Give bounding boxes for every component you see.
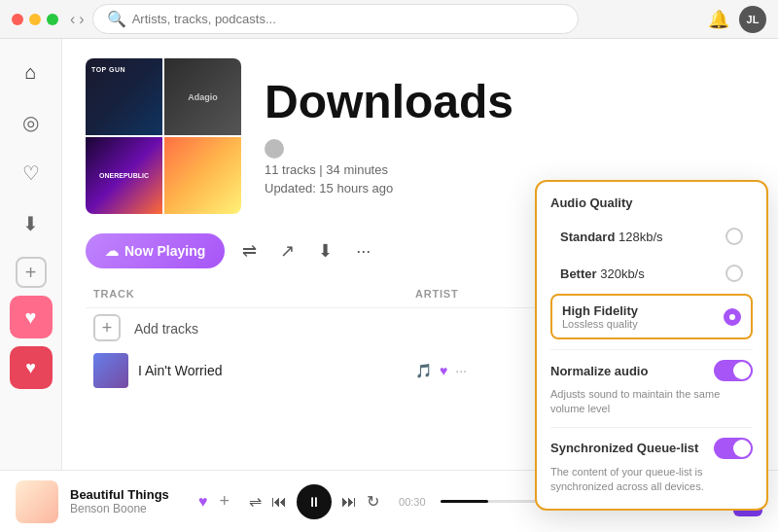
forward-button[interactable]: › bbox=[79, 11, 84, 28]
quality-standard-label: Standard 128kb/s bbox=[560, 230, 663, 244]
player-track-title: Beautiful Things bbox=[70, 487, 187, 502]
track-icons: 🎵 ♥ ··· bbox=[415, 363, 549, 378]
meta-avatar bbox=[265, 139, 284, 159]
normalize-label: Normalize audio bbox=[550, 364, 648, 378]
sync-section: Synchronized Queue-list The content of y… bbox=[550, 438, 753, 495]
shuffle-button[interactable]: ⇌ bbox=[236, 234, 263, 267]
quality-hifi-label: High Fidelity bbox=[562, 303, 638, 318]
quality-better-option[interactable]: Better 320kb/s bbox=[550, 257, 753, 290]
search-bar[interactable]: 🔍 bbox=[92, 4, 579, 34]
player-like-button[interactable]: ♥ bbox=[198, 493, 208, 511]
normalize-row: Normalize audio bbox=[550, 360, 753, 381]
sync-toggle[interactable] bbox=[714, 438, 753, 459]
track-count: 11 tracks | 34 minutes bbox=[265, 162, 513, 177]
more-button[interactable]: ··· bbox=[350, 235, 376, 267]
popup-divider-1 bbox=[550, 349, 753, 350]
add-tracks-label: Add tracks bbox=[134, 321, 198, 337]
album-thumb-3: ONEREPUBLIC bbox=[86, 137, 162, 214]
popup-title: Audio Quality bbox=[550, 195, 753, 210]
downloads-info: Downloads 11 tracks | 34 minutes Updated… bbox=[265, 77, 513, 196]
popup-divider-2 bbox=[550, 427, 753, 428]
track-like-icon[interactable]: ♥ bbox=[440, 363, 447, 378]
lyrics-icon[interactable]: 🎵 bbox=[415, 363, 432, 378]
now-playing-button[interactable]: ☁ Now Playing bbox=[86, 233, 225, 268]
minimize-button[interactable] bbox=[29, 14, 41, 25]
audio-quality-popup: Audio Quality Standard 128kb/s Better 32… bbox=[535, 180, 768, 511]
progress-fill bbox=[441, 500, 488, 503]
nav-arrows: ‹ › bbox=[70, 11, 85, 28]
quality-standard-radio[interactable] bbox=[725, 228, 743, 245]
quality-better-label: Better 320kb/s bbox=[560, 266, 645, 281]
col-track-header: TRACK bbox=[86, 284, 407, 308]
sidebar-item-home[interactable]: ⌂ bbox=[10, 51, 53, 93]
downloads-meta bbox=[265, 139, 513, 159]
updated-label: Updated: 15 hours ago bbox=[265, 181, 513, 195]
sync-row: Synchronized Queue-list bbox=[550, 438, 753, 459]
sidebar-item-favorites[interactable]: ♡ bbox=[10, 152, 53, 195]
header-right: 🔔 JL bbox=[708, 6, 766, 33]
time-current: 00:30 bbox=[399, 496, 433, 508]
album-thumb-1 bbox=[86, 58, 162, 135]
prev-button[interactable]: ⏮ bbox=[271, 493, 287, 511]
player-track-artist: Benson Boone bbox=[70, 502, 187, 515]
quality-hifi-radio[interactable] bbox=[724, 308, 741, 326]
sidebar-add-button[interactable]: + bbox=[16, 257, 47, 288]
sidebar-playlist-1[interactable]: ♥ bbox=[10, 296, 53, 338]
sync-label: Synchronized Queue-list bbox=[550, 441, 698, 455]
download-button[interactable]: ⬇ bbox=[312, 234, 338, 267]
title-bar: ‹ › 🔍 🔔 JL bbox=[0, 0, 778, 39]
traffic-lights bbox=[12, 14, 58, 25]
shuffle-ctrl-button[interactable]: ⇌ bbox=[249, 492, 262, 511]
track-more-icon[interactable]: ··· bbox=[455, 363, 467, 378]
normalize-section: Normalize audio Adjusts sound to maintai… bbox=[550, 360, 753, 417]
normalize-desc: Adjusts sound to maintain the same volum… bbox=[550, 387, 753, 417]
track-title: I Ain't Worried bbox=[138, 363, 222, 378]
notification-bell-icon[interactable]: 🔔 bbox=[708, 9, 729, 30]
maximize-button[interactable] bbox=[47, 14, 58, 25]
cloud-icon: ☁ bbox=[105, 243, 119, 259]
sidebar: ⌂ ◎ ♡ ⬇ + ♥ ♥ bbox=[0, 39, 62, 470]
search-icon: 🔍 bbox=[107, 10, 126, 28]
play-pause-button[interactable]: ⏸ bbox=[297, 484, 332, 519]
next-button[interactable]: ⏭ bbox=[341, 493, 357, 511]
normalize-toggle[interactable] bbox=[714, 360, 753, 381]
quality-hifi-option[interactable]: High Fidelity Lossless quality bbox=[550, 294, 753, 339]
share-button[interactable]: ↗ bbox=[274, 234, 301, 267]
album-grid: Adagio ONEREPUBLIC bbox=[86, 58, 241, 214]
player-thumbnail bbox=[16, 480, 58, 523]
page-title: Downloads bbox=[265, 77, 513, 128]
back-button[interactable]: ‹ bbox=[70, 11, 75, 28]
album-thumb-2: Adagio bbox=[164, 58, 241, 135]
album-thumb-4 bbox=[164, 137, 241, 214]
quality-better-radio[interactable] bbox=[725, 265, 743, 282]
sidebar-item-podcasts[interactable]: ◎ bbox=[10, 101, 53, 144]
avatar[interactable]: JL bbox=[739, 6, 766, 33]
player-info: Beautiful Things Benson Boone bbox=[70, 487, 187, 515]
repeat-button[interactable]: ↻ bbox=[367, 492, 379, 511]
player-add-button[interactable]: + bbox=[220, 491, 230, 512]
close-button[interactable] bbox=[12, 14, 23, 25]
sidebar-item-downloads[interactable]: ⬇ bbox=[10, 202, 53, 245]
quality-standard-option[interactable]: Standard 128kb/s bbox=[550, 220, 753, 253]
add-track-button[interactable]: + bbox=[93, 314, 121, 341]
sync-desc: The content of your queue-list is synchr… bbox=[550, 465, 753, 495]
search-input[interactable] bbox=[132, 12, 564, 26]
player-controls: ⇌ ⏮ ⏸ ⏭ ↻ bbox=[249, 484, 379, 519]
sidebar-playlist-2[interactable]: ♥ bbox=[10, 346, 53, 389]
track-thumbnail bbox=[93, 353, 128, 388]
quality-hifi-sub: Lossless quality bbox=[562, 318, 638, 330]
